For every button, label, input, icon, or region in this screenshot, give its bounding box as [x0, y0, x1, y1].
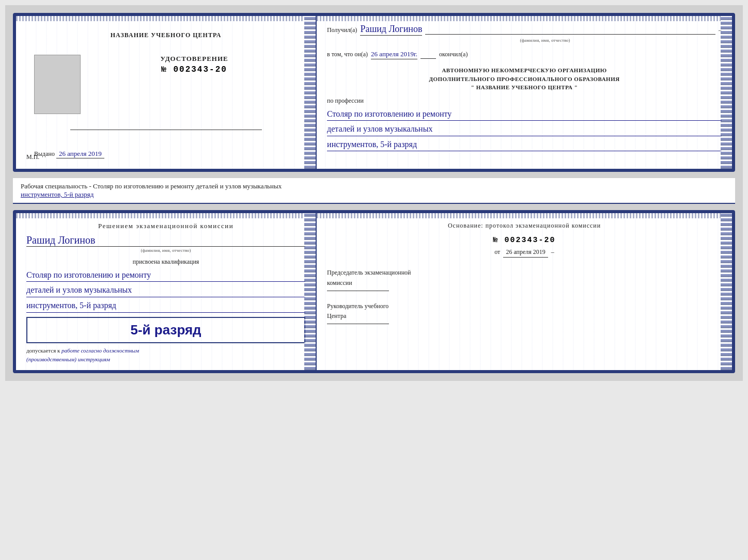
top-certificate-card: НАЗВАНИЕ УЧЕБНОГО ЦЕНТРА УДОСТОВЕРЕНИЕ №…	[13, 13, 735, 172]
date-graduated: 26 апреля 2019г.	[371, 50, 417, 59]
date-value-bottom: 26 апреля 2019	[503, 247, 548, 258]
allowed-prefix: допускается к	[26, 347, 60, 354]
issued-line: Выдано 26 апреля 2019	[29, 150, 104, 158]
stripe-right-bottom-left	[304, 213, 316, 370]
bottom-certificate-card: Решением экзаменационной комиссии Рашид …	[13, 210, 735, 373]
mp-label: М.П.	[26, 153, 39, 161]
photo-placeholder	[34, 55, 81, 114]
profession-line2-top: деталей и узлов музыкальных	[327, 122, 722, 136]
org-name-top: НАЗВАНИЕ УЧЕБНОГО ЦЕНТРА	[111, 31, 222, 39]
recipient-name-top: Рашид Логинов	[360, 24, 422, 36]
page-wrapper: НАЗВАНИЕ УЧЕБНОГО ЦЕНТРА УДОСТОВЕРЕНИЕ №…	[5, 5, 743, 381]
allowed-line: допускается к работе согласно должностны…	[26, 347, 305, 354]
head-sign-line	[327, 324, 389, 324]
name-sublabel-bottom: (фамилия, имя, отчество)	[26, 248, 305, 253]
stripe-right-decoration	[304, 16, 316, 169]
issued-date: 26 апреля 2019	[56, 150, 104, 158]
protocol-number: № 002343-20	[327, 236, 722, 245]
assigned-label: присвоена квалификация	[26, 258, 305, 266]
profession-line3-top: инструментов, 5-й разряд	[327, 138, 722, 152]
in-that-prefix: в том, что он(а)	[327, 51, 368, 58]
org-type-block: АВТОНОМНУЮ НЕКОММЕРЧЕСКУЮ ОРГАНИЗАЦИЮ ДО…	[327, 66, 722, 92]
profession-prefix: по профессии	[327, 97, 722, 105]
profession-line1-bottom: Столяр по изготовлению и ремонту	[26, 268, 305, 282]
stripe-top-bottom-right	[317, 213, 721, 218]
org-type-line1: АВТОНОМНУЮ НЕКОММЕРЧЕСКУЮ ОРГАНИЗАЦИЮ	[327, 66, 722, 75]
allowed-italic2: (производственным) инструкциям	[26, 356, 110, 362]
info-text-block: Рабочая специальность - Столяр по изгото…	[13, 178, 735, 204]
allowed-italic1: работе согласно должностным	[61, 347, 139, 354]
profession-line3-bottom: инструментов, 5-й разряд	[26, 299, 305, 313]
basis-label: Основание: протокол экзаменационной коми…	[327, 221, 722, 231]
org-name-quoted: " НАЗВАНИЕ УЧЕБНОГО ЦЕНТРА "	[327, 83, 722, 92]
info-line1: Рабочая специальность - Столяр по изгото…	[21, 182, 727, 190]
profession-line1-top: Столяр по изготовлению и ремонту	[327, 107, 722, 121]
head-line1: Руководитель учебного	[327, 301, 722, 311]
recipient-name-bottom: Рашид Логинов	[26, 234, 95, 246]
bottom-left-panel: Решением экзаменационной комиссии Рашид …	[16, 213, 317, 370]
top-right-panel: Получил(а) Рашид Логинов – (фамилия, имя…	[317, 16, 732, 169]
head-line2: Центра	[327, 311, 722, 321]
stripe-top-bottom-left	[16, 213, 304, 218]
stripe-top-right-decoration	[317, 16, 721, 21]
name-sublabel-top: (фамилия, имя, отчество)	[368, 38, 722, 43]
info-line2: инструментов, 5-й разряд	[21, 190, 727, 199]
qualification-box: 5-й разряд	[26, 317, 305, 343]
date-prefix-bottom: от	[494, 247, 500, 257]
chairman-sign-line	[327, 291, 389, 291]
graduated-label: окончил(а)	[439, 51, 467, 58]
rank-big: 5-й разряд	[33, 322, 299, 338]
chairman-line1: Председатель экзаменационной	[327, 268, 722, 278]
doc-type-label: УДОСТОВЕРЕНИЕ	[160, 55, 228, 63]
doc-number: № 002343-20	[161, 65, 227, 74]
stripe-right-top-right-decoration	[721, 16, 732, 169]
stripe-top-decoration	[16, 16, 304, 21]
stripe-right-bottom-right	[721, 213, 732, 370]
chairman-line2: комиссии	[327, 278, 722, 288]
allowed-line2: (производственным) инструкциям	[26, 356, 305, 362]
received-prefix: Получил(а)	[327, 26, 357, 34]
commission-title: Решением экзаменационной комиссии	[26, 221, 305, 232]
org-type-line2: ДОПОЛНИТЕЛЬНОГО ПРОФЕССИОНАЛЬНОГО ОБРАЗО…	[327, 75, 722, 84]
profession-line2-bottom: деталей и узлов музыкальных	[26, 283, 305, 297]
bottom-right-panel: Основание: протокол экзаменационной коми…	[317, 213, 732, 370]
top-left-panel: НАЗВАНИЕ УЧЕБНОГО ЦЕНТРА УДОСТОВЕРЕНИЕ №…	[16, 16, 317, 169]
